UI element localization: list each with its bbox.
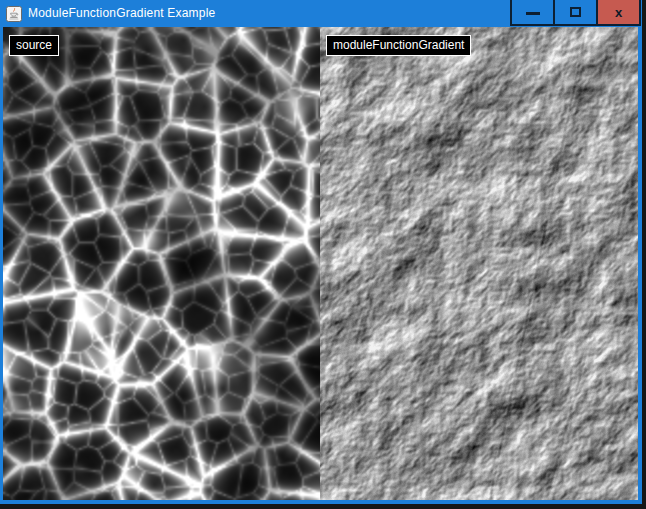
gradient-image-label: moduleFunctionGradient <box>326 35 471 56</box>
close-icon: x <box>615 6 622 19</box>
window-title: ModuleFunctionGradient Example <box>28 0 215 27</box>
close-button[interactable]: x <box>596 0 641 26</box>
java-coffee-cup-icon <box>6 6 22 22</box>
maximize-button[interactable] <box>553 0 598 26</box>
minimize-icon <box>526 12 540 15</box>
window-controls: x <box>510 0 641 27</box>
maximize-icon <box>570 7 581 17</box>
source-noise-canvas <box>3 27 320 500</box>
gradient-image-panel: moduleFunctionGradient <box>320 27 638 500</box>
source-image-panel: source <box>3 27 320 500</box>
image-content-area: source moduleFunctionGradient <box>3 27 638 500</box>
desktop-background: ModuleFunctionGradient Example x source <box>0 0 646 509</box>
title-bar[interactable]: ModuleFunctionGradient Example x <box>0 0 642 27</box>
app-window: ModuleFunctionGradient Example x source <box>0 0 642 504</box>
gradient-noise-canvas <box>320 27 638 500</box>
minimize-button[interactable] <box>510 0 555 26</box>
source-image-label: source <box>9 35 59 56</box>
